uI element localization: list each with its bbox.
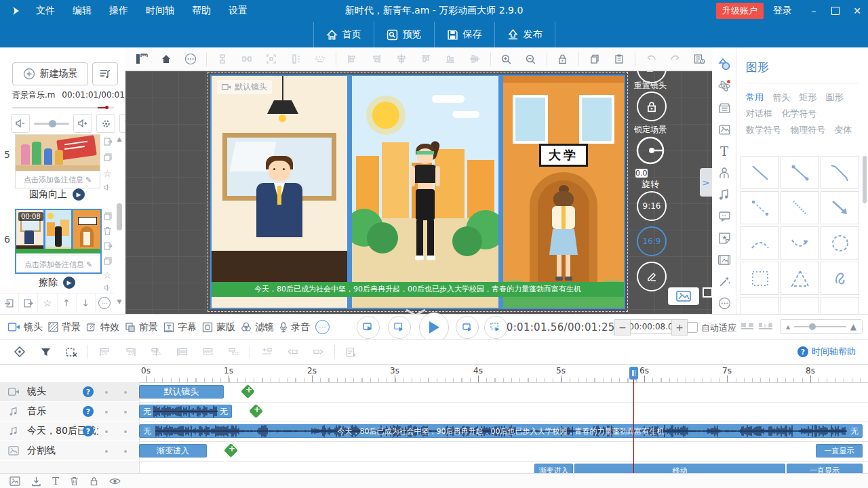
play-element-button[interactable]: [484, 316, 507, 339]
menu-file[interactable]: 文件: [27, 5, 64, 17]
shapes-scrollbar[interactable]: [863, 156, 867, 203]
edit-scene-button[interactable]: [637, 262, 667, 291]
menu-edit[interactable]: 编辑: [64, 5, 100, 17]
align-center-icon[interactable]: [392, 51, 411, 67]
shape-item-dashed-circle[interactable]: [821, 226, 859, 260]
tab-common[interactable]: 常用: [746, 92, 764, 102]
track-help-icon[interactable]: ?: [83, 426, 94, 436]
duration-value[interactable]: 00:00:08.0: [631, 319, 671, 334]
filter-tool-button[interactable]: 滤镜: [241, 321, 274, 333]
shape-item-dashed-line-dots[interactable]: [741, 191, 779, 224]
tab-circles[interactable]: 圆形: [825, 92, 843, 102]
align-end-icon[interactable]: [120, 344, 140, 360]
same-duration-icon[interactable]: [197, 344, 218, 360]
align-left-icon[interactable]: [342, 51, 361, 67]
enter-effect-block[interactable]: 渐变进入: [139, 444, 207, 458]
element-lock-icon[interactable]: [90, 476, 98, 486]
subtitle-bar[interactable]: 今天，80后已成为社会中坚，90后冉冉升起，00后也已步入大学校园，青春的力量蓬…: [212, 282, 624, 297]
scene-delete-icon[interactable]: [103, 226, 112, 236]
timeline-help-link[interactable]: ? 时间轴帮助: [797, 346, 856, 358]
tab-variants[interactable]: 变体: [834, 125, 852, 135]
align-bottom-icon[interactable]: [441, 51, 460, 67]
scene-6-card[interactable]: 00:08 点击添加备注信息✎: [15, 209, 102, 274]
music-block[interactable]: 无 无: [139, 405, 232, 418]
scene-6-note[interactable]: 点击添加备注信息✎: [16, 256, 100, 272]
element-text-icon[interactable]: T: [52, 475, 59, 487]
tab-rectangles[interactable]: 矩形: [799, 92, 816, 102]
scene-5-transition[interactable]: 圆角向上 ▶: [15, 188, 99, 201]
canvas-area[interactable]: 默认镜头: [125, 71, 712, 314]
speech-bubble-tab-icon[interactable]: [717, 209, 732, 224]
music-tab-icon[interactable]: [717, 187, 732, 202]
upgrade-account-button[interactable]: 升级账户: [716, 3, 764, 19]
duration-minus-button[interactable]: −: [614, 319, 631, 336]
scene-5-card[interactable]: 点击添加备注信息✎: [15, 134, 100, 188]
element-visibility-icon[interactable]: [109, 477, 121, 485]
home-view-icon[interactable]: [157, 51, 176, 67]
shapes-tab-icon[interactable]: [717, 57, 732, 72]
scene-export-icon[interactable]: [103, 137, 113, 146]
play-scene-button[interactable]: [388, 316, 411, 339]
bgm-row[interactable]: 背景音乐.m 00:01:01/00:01:04: [12, 89, 121, 101]
home-button[interactable]: 首页: [313, 22, 374, 47]
transition-play-icon[interactable]: ▶: [63, 277, 75, 289]
rotate-dial[interactable]: [635, 136, 665, 165]
favorite-list-icon[interactable]: [341, 344, 361, 360]
zoom-out-icon[interactable]: [521, 51, 540, 67]
insert-time-icon[interactable]: [256, 344, 277, 360]
vertical-guide-icon[interactable]: [286, 51, 305, 67]
transition-play-icon[interactable]: ▶: [73, 188, 85, 201]
scroll-up-icon[interactable]: ▲: [115, 136, 123, 142]
duration-plus-button[interactable]: +: [671, 319, 688, 336]
tab-arrows[interactable]: 箭头: [772, 92, 790, 102]
add-camera-button[interactable]: [241, 384, 255, 399]
tab-math[interactable]: 数学符号: [746, 125, 781, 135]
camera-block[interactable]: 默认镜头: [139, 385, 224, 399]
redo-icon[interactable]: [666, 51, 685, 67]
play-from-current-button[interactable]: [456, 316, 479, 339]
scrollbar-thumb[interactable]: [117, 203, 122, 230]
zoom-knob[interactable]: [809, 323, 816, 330]
paste-icon[interactable]: [610, 51, 629, 67]
bgm-settings-button[interactable]: [96, 114, 115, 133]
scene-move-down-button[interactable]: ↓: [77, 293, 96, 312]
mask-tool-button[interactable]: 蒙版: [202, 321, 235, 333]
distribute-horizontal-icon[interactable]: [237, 51, 256, 67]
shape-item-line[interactable]: [741, 156, 779, 189]
background-tool-button[interactable]: 背景: [48, 321, 81, 333]
playhead-handle[interactable]: [629, 367, 638, 380]
scene-more-button[interactable]: ⋯: [96, 293, 114, 312]
scene-export-icon[interactable]: [103, 241, 113, 251]
align-playhead-icon[interactable]: [146, 344, 166, 360]
volume-up-button[interactable]: [73, 114, 92, 133]
login-button[interactable]: 登录: [773, 5, 792, 17]
scene-move-up-button[interactable]: ↑: [58, 293, 77, 312]
scene-star-icon[interactable]: ☆: [103, 168, 112, 179]
scene-sound-icon[interactable]: [103, 183, 112, 192]
library-tab-icon[interactable]: [717, 100, 732, 115]
align-start-icon[interactable]: [94, 344, 115, 360]
actual-scale-icon[interactable]: 1:1: [758, 323, 773, 331]
clear-selection-icon[interactable]: [61, 344, 81, 360]
shape-item-line-hooks[interactable]: [821, 156, 859, 189]
shape-item-dotted-rect[interactable]: [741, 262, 779, 295]
expand-canvas-icon[interactable]: [262, 51, 281, 67]
shape-item-squiggle[interactable]: [821, 262, 859, 295]
history-icon[interactable]: [690, 51, 709, 67]
copy-icon[interactable]: [585, 51, 604, 67]
menu-settings[interactable]: 设置: [220, 5, 256, 17]
track-help-icon[interactable]: ?: [83, 406, 94, 417]
ratio-16-9-button[interactable]: 16:9: [637, 226, 667, 256]
scene-copy-icon[interactable]: [103, 256, 113, 266]
more-tabs-icon[interactable]: [717, 296, 732, 310]
default-camera-chip[interactable]: 默认镜头: [217, 80, 272, 94]
scene-import-button[interactable]: [0, 293, 19, 312]
rotate-angle-value[interactable]: 0.0: [635, 167, 648, 178]
align-middle-icon[interactable]: [465, 51, 484, 67]
play-scene-from-start-button[interactable]: [357, 316, 380, 339]
undo-icon[interactable]: [642, 51, 660, 67]
filter-tracks-icon[interactable]: [35, 344, 56, 360]
shift-right-icon[interactable]: [308, 344, 328, 360]
add-music-button[interactable]: [249, 404, 263, 418]
timeline-ruler[interactable]: 0s 1s 2s 3s 4s 5s 6s 7s 8s: [0, 365, 868, 383]
